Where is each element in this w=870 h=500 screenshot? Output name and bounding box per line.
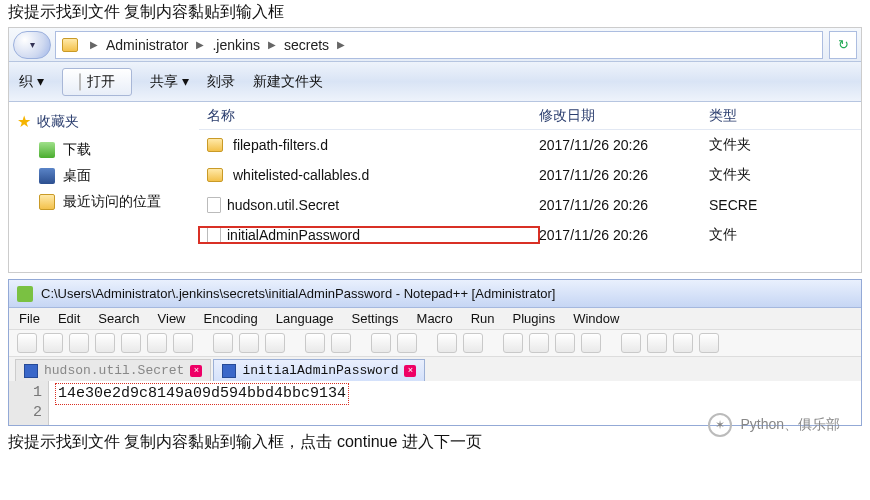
folder-icon (207, 138, 223, 152)
file-name: hudson.util.Secret (227, 197, 339, 213)
cut-icon[interactable] (213, 333, 233, 353)
favorites-header[interactable]: ★ 收藏夹 (17, 112, 191, 131)
menu-item-edit[interactable]: Edit (58, 311, 80, 326)
open-button[interactable]: 打开 (62, 68, 132, 96)
sidebar-item-downloads[interactable]: 下载 (17, 137, 191, 163)
column-name[interactable]: 名称 (199, 107, 539, 125)
burn-button[interactable]: 刻录 (207, 73, 235, 91)
file-name: whitelisted-callables.d (233, 167, 369, 183)
menu-item-language[interactable]: Language (276, 311, 334, 326)
file-row[interactable]: hudson.util.Secret2017/11/26 20:26SECRE (199, 190, 861, 220)
sidebar-item-recent[interactable]: 最近访问的位置 (17, 189, 191, 215)
refresh-button[interactable]: ↻ (829, 31, 857, 59)
menu-bar: FileEditSearchViewEncodingLanguageSettin… (9, 308, 861, 330)
close-tab-icon[interactable]: × (404, 365, 416, 377)
share-menu[interactable]: 共享 ▾ (150, 73, 189, 91)
organize-menu[interactable]: 织 ▾ (19, 73, 44, 91)
close-all-icon[interactable] (147, 333, 167, 353)
column-modified[interactable]: 修改日期 (539, 107, 709, 125)
wechat-icon: ✶ (708, 413, 732, 437)
file-type: 文件 (709, 226, 861, 244)
chevron-right-icon: ▶ (194, 39, 206, 50)
menu-item-settings[interactable]: Settings (352, 311, 399, 326)
breadcrumb[interactable]: ▶ Administrator ▶ .jenkins ▶ secrets ▶ (55, 31, 823, 59)
indent-guide-icon[interactable] (555, 333, 575, 353)
file-type: 文件夹 (709, 166, 861, 184)
file-icon (207, 227, 221, 243)
menu-item-search[interactable]: Search (98, 311, 139, 326)
editor-tab[interactable]: initialAdminPassword× (213, 359, 425, 381)
folder-icon (207, 168, 223, 182)
play-macro-icon[interactable] (647, 333, 667, 353)
tab-label: initialAdminPassword (242, 363, 398, 378)
record-macro-icon[interactable] (621, 333, 641, 353)
chevron-right-icon: ▶ (335, 39, 347, 50)
open-file-icon[interactable] (43, 333, 63, 353)
undo-icon[interactable] (305, 333, 325, 353)
nav-back-button[interactable]: ▾ (13, 31, 51, 59)
find-icon[interactable] (371, 333, 391, 353)
icon-toolbar (9, 330, 861, 357)
tab-label: hudson.util.Secret (44, 363, 184, 378)
file-list: 名称 修改日期 类型 filepath-filters.d2017/11/26 … (199, 102, 861, 272)
chevron-right-icon: ▶ (88, 39, 100, 50)
menu-item-file[interactable]: File (19, 311, 40, 326)
menu-item-run[interactable]: Run (471, 311, 495, 326)
file-name: filepath-filters.d (233, 137, 328, 153)
paste-icon[interactable] (265, 333, 285, 353)
zoom-out-icon[interactable] (463, 333, 483, 353)
file-row[interactable]: initialAdminPassword2017/11/26 20:26文件 (199, 220, 861, 250)
file-type: SECRE (709, 197, 861, 213)
file-modified: 2017/11/26 20:26 (539, 137, 709, 153)
zoom-in-icon[interactable] (437, 333, 457, 353)
menu-item-plugins[interactable]: Plugins (513, 311, 556, 326)
show-chars-icon[interactable] (529, 333, 549, 353)
instruction-top: 按提示找到文件 复制内容黏贴到输入框 (0, 0, 870, 27)
folder-icon (62, 38, 78, 52)
menu-item-encoding[interactable]: Encoding (204, 311, 258, 326)
file-icon (207, 197, 221, 213)
stop-icon[interactable] (699, 333, 719, 353)
run-icon[interactable] (673, 333, 693, 353)
explorer-window: ▾ ▶ Administrator ▶ .jenkins ▶ secrets ▶… (8, 27, 862, 273)
disk-icon (24, 364, 38, 378)
menu-item-window[interactable]: Window (573, 311, 619, 326)
menu-item-macro[interactable]: Macro (417, 311, 453, 326)
new-file-icon[interactable] (17, 333, 37, 353)
file-name: initialAdminPassword (227, 227, 360, 243)
redo-icon[interactable] (331, 333, 351, 353)
column-headers: 名称 修改日期 类型 (199, 102, 861, 130)
menu-item-view[interactable]: View (158, 311, 186, 326)
copy-icon[interactable] (239, 333, 259, 353)
breadcrumb-segment[interactable]: .jenkins (206, 32, 265, 58)
breadcrumb-segment[interactable]: Administrator (100, 32, 194, 58)
file-row[interactable]: whitelisted-callables.d2017/11/26 20:26文… (199, 160, 861, 190)
window-title: C:\Users\Administrator\.jenkins\secrets\… (41, 286, 555, 301)
save-all-icon[interactable] (95, 333, 115, 353)
recent-icon (39, 194, 55, 210)
new-folder-button[interactable]: 新建文件夹 (253, 73, 323, 91)
editor-tab[interactable]: hudson.util.Secret× (15, 359, 211, 381)
close-icon[interactable] (121, 333, 141, 353)
dropdown-icon: ▾ (30, 39, 35, 50)
watermark: ✶ Python、俱乐部 (708, 413, 840, 437)
file-row[interactable]: filepath-filters.d2017/11/26 20:26文件夹 (199, 130, 861, 160)
close-tab-icon[interactable]: × (190, 365, 202, 377)
save-icon[interactable] (69, 333, 89, 353)
sidebar-item-desktop[interactable]: 桌面 (17, 163, 191, 189)
window-title-bar[interactable]: C:\Users\Administrator\.jenkins\secrets\… (9, 280, 861, 308)
sidebar: ★ 收藏夹 下载 桌面 最近访问的位置 (9, 102, 199, 272)
file-modified: 2017/11/26 20:26 (539, 167, 709, 183)
print-icon[interactable] (173, 333, 193, 353)
replace-icon[interactable] (397, 333, 417, 353)
app-icon (17, 286, 33, 302)
column-type[interactable]: 类型 (709, 107, 861, 125)
file-modified: 2017/11/26 20:26 (539, 197, 709, 213)
address-bar: ▾ ▶ Administrator ▶ .jenkins ▶ secrets ▶… (9, 28, 861, 62)
editor-tabs: hudson.util.Secret×initialAdminPassword× (9, 357, 861, 381)
lang-icon[interactable] (581, 333, 601, 353)
line-gutter: 12 (9, 381, 49, 425)
wrap-icon[interactable] (503, 333, 523, 353)
breadcrumb-segment[interactable]: secrets (278, 32, 335, 58)
file-icon (79, 73, 81, 91)
